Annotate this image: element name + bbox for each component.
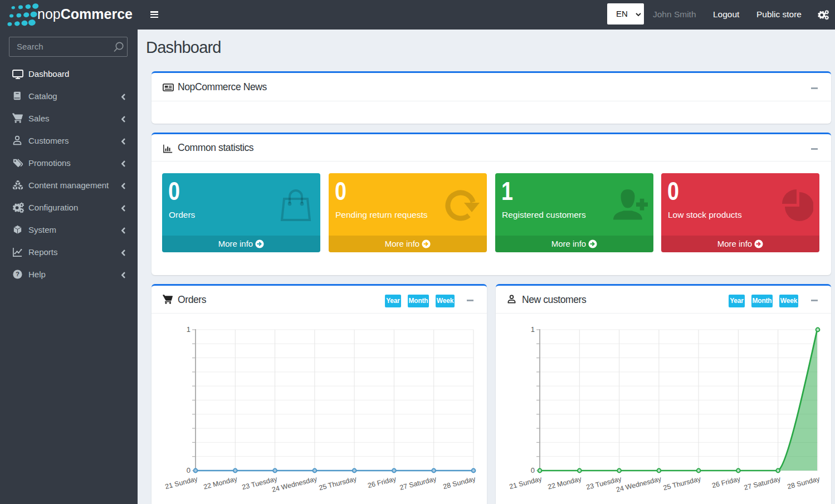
svg-text:?: ? bbox=[16, 271, 19, 277]
